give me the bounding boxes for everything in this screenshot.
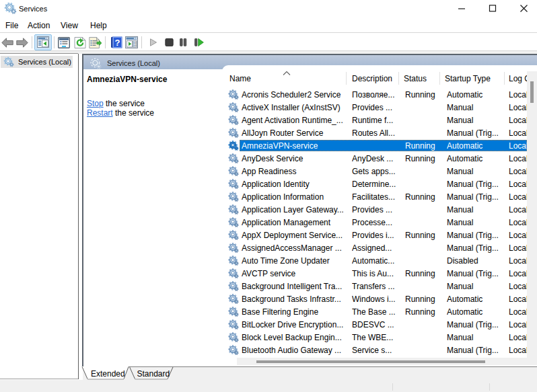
- svg-text:Standard: Standard: [137, 369, 170, 379]
- svg-text:?: ?: [115, 38, 120, 48]
- svg-text:Extended: Extended: [91, 369, 125, 379]
